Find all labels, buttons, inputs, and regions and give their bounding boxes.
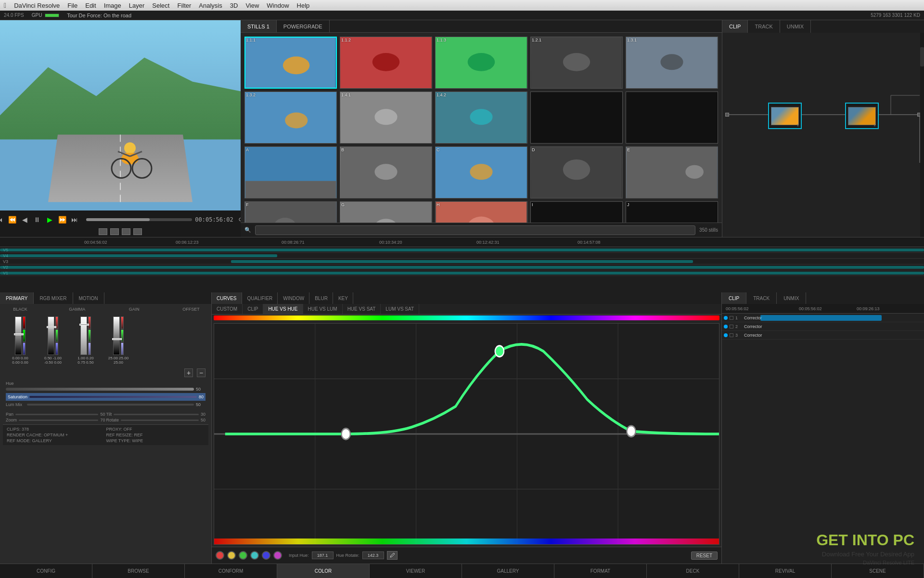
- gamma-g-track[interactable]: [55, 329, 58, 342]
- curves-graph[interactable]: [214, 323, 719, 545]
- still-b[interactable]: B: [340, 146, 432, 198]
- clip-mode-icon[interactable]: [99, 228, 107, 235]
- curves-tab-key[interactable]: KEY: [334, 292, 353, 304]
- menu-layer[interactable]: Layer: [129, 2, 145, 9]
- powergrade-tab[interactable]: POWERGRADE: [277, 20, 330, 32]
- curves-subtab-clip[interactable]: CLIP: [243, 304, 263, 314]
- decrement-button[interactable]: −: [197, 368, 205, 377]
- color-tab-primary[interactable]: PRIMARY: [0, 292, 34, 304]
- node-1[interactable]: 1: [768, 103, 802, 129]
- saturation-slider[interactable]: [29, 396, 197, 398]
- hue-slider[interactable]: [6, 388, 194, 391]
- menu-filter[interactable]: Filter: [177, 2, 191, 9]
- menu-analysis[interactable]: Analysis: [199, 2, 222, 9]
- stills-search-input[interactable]: [255, 225, 695, 235]
- playhead-slider[interactable]: [86, 218, 192, 221]
- still-i[interactable]: I: [530, 201, 623, 223]
- still-j[interactable]: J: [626, 201, 718, 223]
- node-tab-clip[interactable]: CLIP: [722, 20, 748, 33]
- nav-format[interactable]: FORMAT: [554, 564, 647, 578]
- menu-image[interactable]: Image: [104, 2, 121, 9]
- zoom-slider[interactable]: [19, 420, 98, 421]
- curves-tab-window[interactable]: WINDOW: [278, 292, 309, 304]
- rotate-slider[interactable]: [121, 420, 199, 421]
- color-tab-motion[interactable]: MOTION: [73, 292, 104, 304]
- menu-davinci[interactable]: DaVinci Resolve: [14, 2, 60, 9]
- menu-3d[interactable]: 3D: [230, 2, 238, 9]
- curves-subtab-hvl[interactable]: HUE VS LUM: [303, 304, 343, 314]
- node-tab-track[interactable]: TRACK: [748, 20, 780, 33]
- gain-b-track[interactable]: [88, 342, 91, 355]
- black-g-track[interactable]: [23, 329, 26, 342]
- still-a[interactable]: A: [244, 146, 337, 198]
- reset-button[interactable]: RESET: [691, 552, 718, 560]
- still-g[interactable]: G: [340, 201, 432, 223]
- nav-conform[interactable]: CONFORM: [185, 564, 277, 578]
- still-1-4-2[interactable]: 1.4.2: [435, 92, 527, 144]
- curves-tab-qualifier[interactable]: QUALIFIER: [243, 292, 278, 304]
- still-1-1-2[interactable]: 1.1.2: [340, 37, 432, 89]
- still-1-4-1[interactable]: 1.4.1: [340, 92, 432, 144]
- still-f[interactable]: F: [244, 201, 337, 223]
- next-frame-button[interactable]: ⏩: [57, 215, 67, 224]
- play-button[interactable]: ▶: [45, 215, 54, 224]
- curves-subtab-lvs[interactable]: LUM VS SAT: [381, 304, 419, 314]
- gain-g-track[interactable]: [88, 329, 91, 342]
- color-dot-cyan[interactable]: [250, 551, 259, 560]
- still-1-3-1[interactable]: 1.3.1: [626, 37, 718, 89]
- play-reverse-button[interactable]: ◀: [20, 215, 29, 224]
- still-c[interactable]: C: [435, 146, 527, 198]
- gamma-master-slider[interactable]: [48, 316, 54, 355]
- still-1-1-1[interactable]: 1.1.1: [244, 37, 337, 89]
- hue-rotate-field[interactable]: 142.3: [362, 552, 384, 559]
- clip-panel-tab-track[interactable]: TRACK: [746, 292, 777, 304]
- increment-button[interactable]: +: [184, 368, 193, 377]
- still-e[interactable]: E: [626, 146, 718, 198]
- node-2[interactable]: 2: [845, 103, 879, 129]
- color-dot-green[interactable]: [239, 551, 247, 560]
- curves-subtab-custom[interactable]: CUSTOM: [212, 304, 243, 314]
- menu-help[interactable]: Help: [297, 2, 310, 9]
- menu-edit[interactable]: Edit: [85, 2, 96, 9]
- clip-panel-tab-clip[interactable]: CLIP: [722, 292, 746, 304]
- lum-mix-slider[interactable]: [27, 404, 194, 406]
- nav-scene[interactable]: SCENE: [832, 564, 924, 578]
- apple-menu[interactable]: : [4, 1, 6, 9]
- curves-tab-blur[interactable]: BLUR: [310, 292, 333, 304]
- black-b-track[interactable]: [23, 342, 26, 355]
- offset-master-slider[interactable]: [113, 316, 120, 355]
- node-scrollbar[interactable]: [920, 33, 924, 237]
- curves-tab-curves[interactable]: CURVES: [212, 292, 242, 304]
- nav-deck[interactable]: DECK: [647, 564, 739, 578]
- wipe-icon[interactable]: [122, 228, 130, 235]
- still-h[interactable]: H: [435, 201, 527, 223]
- color-tab-rgb[interactable]: RGB MIXER: [34, 292, 73, 304]
- gain-master-slider[interactable]: [80, 316, 87, 355]
- still-d[interactable]: D: [530, 146, 623, 198]
- goto-start-button[interactable]: ⏮: [0, 215, 4, 224]
- clip-track-1-bar[interactable]: [760, 315, 882, 321]
- color-dot-red[interactable]: [216, 551, 224, 560]
- black-r-track[interactable]: [23, 316, 26, 329]
- pan-slider[interactable]: [15, 414, 98, 415]
- node-tab-unmix[interactable]: UNMIX: [780, 20, 811, 33]
- color-mode-icon[interactable]: [110, 228, 119, 235]
- curves-subtab-hvs[interactable]: HUE VS SAT: [343, 304, 381, 314]
- clip-panel-tab-unmix[interactable]: UNMIX: [777, 292, 806, 304]
- prev-frame-button[interactable]: ⏪: [7, 215, 17, 224]
- still-1-3-2[interactable]: 1.3.2: [244, 92, 337, 144]
- nav-color[interactable]: COLOR: [277, 564, 370, 578]
- gain-r-track[interactable]: [88, 316, 91, 329]
- pause-button[interactable]: ⏸: [32, 215, 42, 224]
- stills-tab-1[interactable]: STILLS 1: [241, 20, 277, 32]
- nav-config[interactable]: CONFIG: [0, 564, 92, 578]
- nav-gallery[interactable]: GALLERY: [462, 564, 554, 578]
- offset-r-track[interactable]: [121, 316, 124, 329]
- still-1-1-3[interactable]: 1.1.3: [435, 37, 527, 89]
- curves-subtab-hvh[interactable]: HUE VS HUE: [263, 304, 303, 314]
- color-dot-yellow[interactable]: [227, 551, 236, 560]
- menu-select[interactable]: Select: [152, 2, 169, 9]
- gamma-b-track[interactable]: [55, 342, 58, 355]
- black-master-slider[interactable]: [15, 316, 22, 355]
- still-1-2-1[interactable]: 1.2.1: [530, 37, 623, 89]
